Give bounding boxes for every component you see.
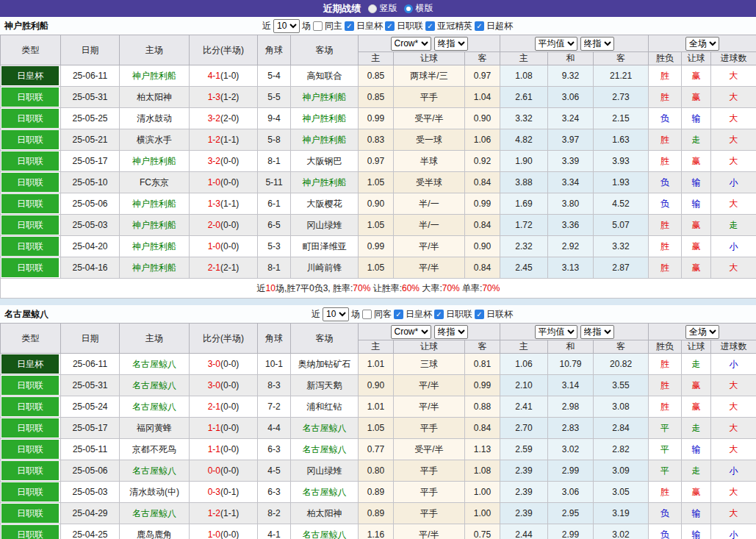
handicap-odds-value: 平/半: [394, 375, 465, 396]
radio-selected-icon[interactable]: [368, 4, 377, 13]
score-cell: 3-2(2-0): [190, 108, 258, 129]
full-score: 3-0: [208, 359, 220, 369]
summary-segment: 让胜率:: [370, 283, 402, 293]
games-label: 场: [351, 308, 360, 321]
league-type-badge: 日职联: [1, 525, 59, 539]
sub-column-header: 客: [594, 340, 649, 354]
away-team: 大阪钢巴: [291, 151, 359, 172]
handicap-odds-value: 0.99: [359, 236, 394, 257]
results-table: 类型日期主场比分(半场)角球客场Crow*终指平均值终指全场主让球客主和客胜负让…: [0, 35, 756, 299]
average-odds-value: 3.32: [500, 108, 548, 129]
average-odds-value: 3.19: [594, 503, 649, 524]
league-type-cell: 日职联: [1, 503, 61, 524]
match-row: 日职联25-05-03清水鼓动(中)0-3(0-1)6-3名古屋鲸八0.89平手…: [1, 482, 756, 503]
corner-count: 8-2: [258, 503, 291, 524]
half-score: (0-0): [220, 156, 239, 166]
handicap-odds-value: 0.90: [359, 375, 394, 396]
match-row: 日职联25-05-17神户胜利船3-2(0-0)8-1大阪钢巴0.97半球0.9…: [1, 151, 756, 172]
home-team: 福冈黄蜂: [120, 418, 190, 439]
handicap-odds-value: 平/半: [394, 396, 465, 418]
same-venue-checkbox[interactable]: [362, 310, 372, 319]
average-odds-value: 2.70: [500, 418, 548, 439]
layout-radio-horizontal[interactable]: 横版: [404, 2, 433, 15]
radio-unselected-icon[interactable]: [404, 4, 413, 13]
home-team: 名古屋鲸八: [120, 503, 190, 524]
match-date: 25-05-24: [61, 396, 120, 418]
average-odds-value: 3.24: [548, 108, 594, 129]
match-row: 日职联25-05-11京都不死鸟1-1(0-0)6-3名古屋鲸八0.77受平/半…: [1, 439, 756, 460]
average-odds-value: 3.97: [548, 129, 594, 151]
match-date: 25-05-03: [61, 482, 120, 503]
handicap-result: 赢: [682, 375, 711, 396]
handicap-odds-value: 0.77: [359, 439, 394, 460]
home-team: 神户胜利船: [120, 215, 190, 236]
league-type-cell: 日职联: [1, 396, 61, 418]
same-venue-checkbox[interactable]: [313, 21, 323, 31]
half-score: (1-1): [220, 508, 239, 518]
odds-source-select[interactable]: Crow*: [391, 325, 431, 339]
match-row: 日职联25-05-10FC东京1-0(0-0)5-11神户胜利船1.05受半球0…: [1, 172, 756, 193]
away-team: 高知联合: [291, 65, 359, 87]
average-odds-value: 1.69: [500, 193, 548, 215]
layout-radio-vertical[interactable]: 竖版: [368, 2, 397, 15]
avg-stage-select[interactable]: 终指: [580, 325, 614, 339]
away-team: 町田泽维亚: [291, 236, 359, 257]
league-checkbox[interactable]: ✓: [434, 310, 444, 319]
away-team: 名古屋鲸八: [291, 524, 359, 539]
odds-group-header: Crow*终指: [359, 35, 500, 52]
full-score: 0-3: [208, 487, 220, 497]
score-cell: 2-1(2-1): [190, 257, 258, 279]
scope-select[interactable]: 全场: [685, 37, 719, 51]
avg-source-select[interactable]: 平均值: [535, 37, 577, 51]
win-draw-loss-result: 胜: [649, 396, 682, 418]
win-draw-loss-result: 胜: [649, 87, 682, 108]
half-score: (0-0): [220, 177, 239, 188]
summary-segment: 70%: [482, 283, 500, 293]
column-header: 比分(半场): [190, 324, 258, 354]
score-cell: 1-3(1-1): [190, 193, 258, 215]
league-type-badge: 日职联: [1, 482, 59, 501]
handicap-odds-value: 0.97: [359, 151, 394, 172]
same-venue-label: 同客: [374, 308, 392, 321]
win-draw-loss-result: 胜: [649, 482, 682, 503]
match-row: 日皇杯25-06-11名古屋鲸八3-0(0-0)10-1奥纳加钻矿石1.01三球…: [1, 354, 756, 375]
avg-source-select[interactable]: 平均值: [535, 325, 577, 339]
home-team: 横滨水手: [120, 129, 190, 151]
league-checkbox[interactable]: ✓: [425, 21, 435, 31]
scope-select[interactable]: 全场: [685, 325, 719, 339]
handicap-result: 输: [682, 172, 711, 193]
home-team: 神户胜利船: [120, 151, 190, 172]
odds-source-select[interactable]: Crow*: [391, 37, 431, 51]
league-type-cell: 日皇杯: [1, 65, 61, 87]
average-odds-value: 2.61: [500, 87, 548, 108]
match-count-select[interactable]: 10: [273, 19, 300, 33]
match-date: 25-05-03: [61, 215, 120, 236]
league-checkbox[interactable]: ✓: [394, 310, 403, 319]
odds-stage-select[interactable]: 终指: [434, 37, 468, 51]
average-odds-value: 2.73: [594, 87, 649, 108]
match-count-select[interactable]: 10: [323, 307, 349, 321]
average-odds-value: 3.02: [594, 524, 649, 539]
score-cell: 4-1(1-0): [190, 65, 258, 87]
column-header: 类型: [1, 324, 61, 354]
goals-result: 大: [711, 87, 756, 108]
avg-stage-select[interactable]: 终指: [580, 37, 614, 51]
corner-count: 8-1: [258, 151, 291, 172]
league-checkbox[interactable]: ✓: [385, 21, 395, 31]
handicap-odds-value: 平手: [394, 482, 465, 503]
league-checkbox[interactable]: ✓: [345, 21, 354, 31]
league-checkbox[interactable]: ✓: [475, 310, 484, 319]
match-row: 日职联25-05-06神户胜利船1-3(1-1)6-1大阪樱花0.90半/一0.…: [1, 193, 756, 215]
column-header: 角球: [258, 324, 291, 354]
handicap-odds-value: 受平/半: [394, 108, 465, 129]
league-checkbox[interactable]: ✓: [475, 21, 484, 31]
away-team: 神户胜利船: [291, 129, 359, 151]
average-odds-value: 2.84: [594, 418, 649, 439]
odds-stage-select[interactable]: 终指: [434, 325, 468, 339]
handicap-odds-value: 0.89: [359, 482, 394, 503]
score-cell: 1-2(1-1): [190, 503, 258, 524]
sub-column-header: 主: [359, 52, 394, 65]
match-date: 25-04-29: [61, 503, 120, 524]
goals-result: 走: [711, 215, 756, 236]
win-draw-loss-result: 平: [649, 439, 682, 460]
